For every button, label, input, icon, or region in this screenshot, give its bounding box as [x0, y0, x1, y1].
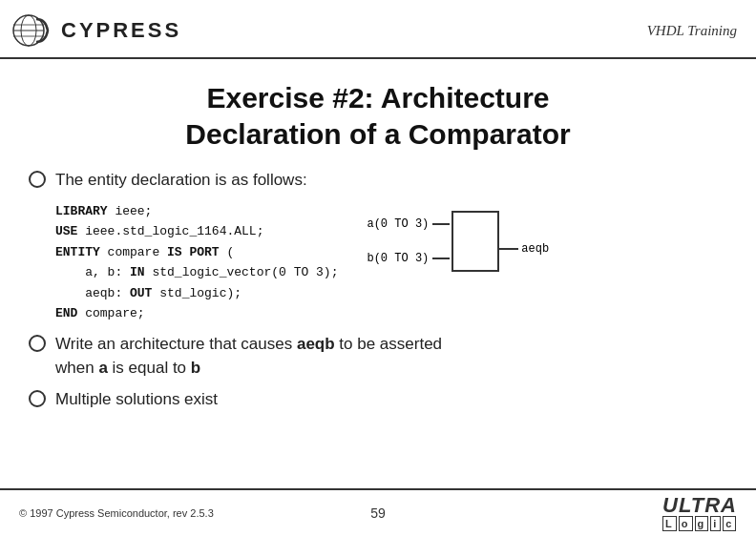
output-label: aeqb	[521, 242, 549, 256]
bullet-circle-2	[29, 335, 46, 352]
diagram-box	[452, 211, 499, 272]
diagram-input-b: b(0 TO 3)	[367, 252, 450, 265]
bullet-item-1: The entity declaration is as follows:	[29, 169, 727, 192]
logic-box-L: L	[662, 516, 677, 531]
bullet-item-2: Write an architecture that causes aeqb t…	[29, 333, 727, 380]
diagram-input-labels: a(0 TO 3) b(0 TO 3)	[367, 217, 450, 265]
header: CYPRESS VHDL Training	[0, 0, 756, 59]
bullet-text-2: Write an architecture that causes aeqb t…	[55, 333, 442, 380]
bold-aeqb: aeqb	[297, 335, 335, 353]
bold-b: b	[191, 359, 200, 377]
input-a-line	[432, 223, 450, 225]
bullet-item-3: Multiple solutions exist	[29, 388, 727, 411]
footer-page-number: 59	[370, 505, 386, 521]
bullet-text-1: The entity declaration is as follows:	[55, 169, 307, 192]
main-content: Exercise #2: Architecture Declaration of…	[0, 59, 756, 411]
diagram-right: aeqb	[499, 211, 549, 272]
bullet-circle-3	[29, 390, 46, 407]
footer-copyright: © 1997 Cypress Semiconductor, rev 2.5.3	[19, 507, 214, 519]
output-row: aeqb	[499, 242, 549, 256]
bullet-circle-1	[29, 171, 46, 188]
logo-area: CYPRESS	[10, 8, 181, 53]
bold-a: a	[98, 359, 107, 377]
code-section: LIBRARY ieee; USE ieee.std_logic_1164.AL…	[55, 201, 727, 324]
logic-box-g: g	[695, 516, 709, 531]
comparator-diagram: a(0 TO 3) b(0 TO 3) aeqb	[367, 211, 549, 272]
input-b-line	[432, 258, 450, 259]
ultra-text: ULTRA	[662, 495, 737, 516]
logic-row: L o g i c	[662, 516, 737, 531]
logic-box-i: i	[710, 516, 721, 531]
input-b-label: b(0 TO 3)	[367, 252, 429, 265]
logic-box-o: o	[679, 516, 693, 531]
output-line	[499, 248, 518, 250]
logo-text: CYPRESS	[61, 18, 181, 43]
slide-title: Exercise #2: Architecture Declaration of…	[29, 80, 727, 152]
bullet-text-3: Multiple solutions exist	[55, 388, 218, 411]
code-block: LIBRARY ieee; USE ieee.std_logic_1164.AL…	[55, 201, 338, 324]
ultra-logic-logo: ULTRA L o g i c	[662, 495, 737, 531]
cypress-logo-icon	[10, 8, 55, 53]
diagram-input-a: a(0 TO 3)	[367, 217, 450, 231]
footer: © 1997 Cypress Semiconductor, rev 2.5.3 …	[0, 488, 756, 536]
header-title: VHDL Training	[647, 23, 737, 39]
footer-brand: ULTRA L o g i c	[662, 495, 737, 531]
logic-box-c: c	[723, 516, 736, 531]
input-a-label: a(0 TO 3)	[367, 217, 429, 231]
